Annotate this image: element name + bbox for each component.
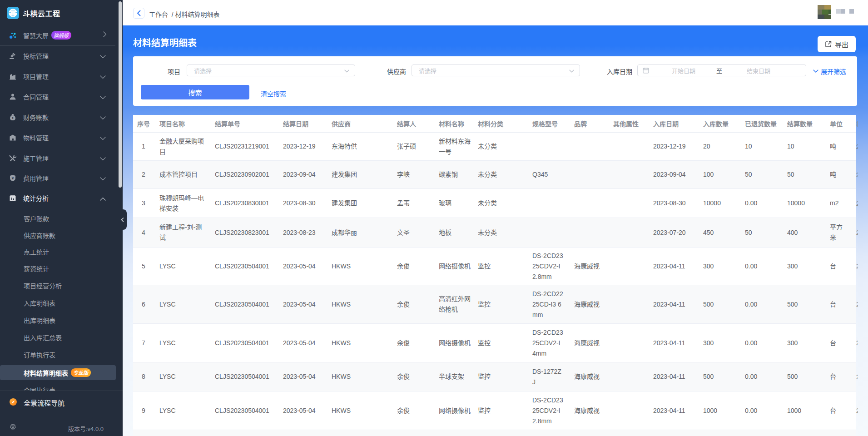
svg-text:¥: ¥ bbox=[12, 176, 14, 180]
svg-text:¥: ¥ bbox=[12, 116, 14, 119]
